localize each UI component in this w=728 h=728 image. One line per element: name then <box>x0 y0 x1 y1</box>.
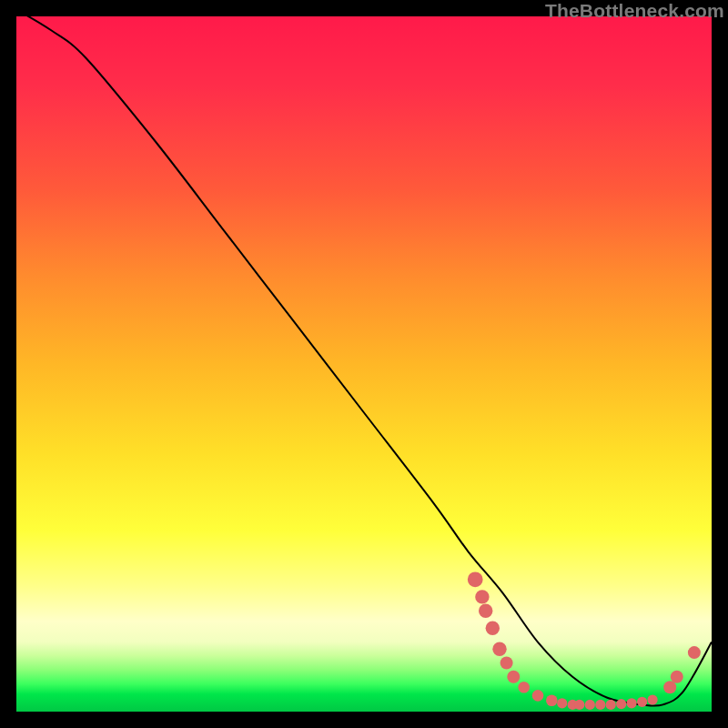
curve-marker <box>507 671 520 683</box>
curve-marker <box>500 657 513 670</box>
chart-plot-area <box>16 16 712 712</box>
curve-marker <box>486 622 500 635</box>
watermark-text: TheBottleneck.com <box>545 0 724 22</box>
curve-marker <box>585 700 595 710</box>
chart-stage: TheBottleneck.com <box>0 0 728 728</box>
curve-marker <box>595 700 605 710</box>
curve-marker <box>627 698 637 708</box>
curve-marker <box>518 682 530 693</box>
curve-marker <box>606 700 616 710</box>
curve-marker <box>475 590 489 603</box>
bottleneck-curve <box>16 9 712 705</box>
curve-marker <box>637 697 647 707</box>
curve-marker <box>688 646 701 659</box>
curve-marker <box>479 604 492 618</box>
curve-marker <box>557 698 567 708</box>
curve-marker <box>546 695 558 707</box>
chart-svg <box>16 16 712 712</box>
curve-marker <box>574 700 584 710</box>
curve-marker <box>492 642 506 656</box>
curve-marker <box>648 694 658 704</box>
curve-marker <box>671 671 683 683</box>
curve-marker <box>468 571 483 587</box>
curve-marker <box>663 681 676 693</box>
curve-marker <box>532 690 544 702</box>
curve-marker <box>616 699 626 709</box>
